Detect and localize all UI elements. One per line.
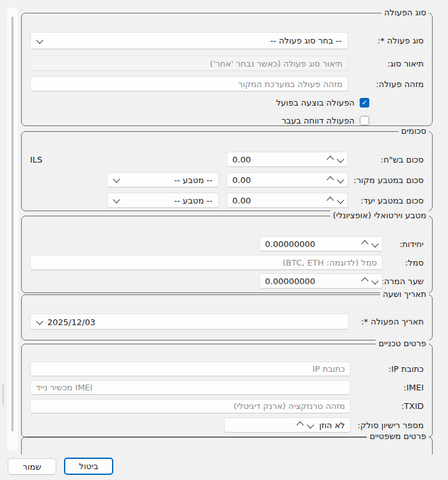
txid-input[interactable] [30,399,351,413]
chevron-down-icon[interactable] [337,176,344,183]
ip-address-label: כתובת IP: [351,364,424,374]
chevron-up-icon[interactable] [361,240,368,247]
ils-unit-label: ILS [30,155,42,164]
scroll-viewport: סוג הפעולה סוג פעולה *: -- בחר סוג פעולה… [0,0,448,454]
chevron-down-icon[interactable] [337,156,344,163]
row-amount-target: סכום במטבע יעד: 0.00 -- מטבע -- [30,193,424,208]
amount-target-spinbox[interactable]: 0.00 [227,193,348,208]
target-currency-select[interactable]: -- מטבע -- [107,193,219,208]
group-virtual-currency: מטבע וירטואלי (אופציונלי) יחידות: 0.0000… [21,216,433,293]
amount-target-label: סכום במטבע יעד: [348,196,424,205]
chevron-up-icon[interactable] [326,156,333,163]
amount-ils-label: סכום בש"ח: [348,155,424,164]
amount-ils-value: 0.00 [232,155,251,164]
chevron-down-icon [36,36,43,44]
imei-label: IMEI: [351,383,424,392]
row-units: יחידות: 0.00000000 [30,236,424,252]
group-virtual-currency-title: מטבע וירטואלי (אופציונלי) [330,211,429,221]
exchange-rate-label: שער המרה: [383,276,424,286]
amount-target-value: 0.00 [232,196,251,205]
chevron-down-icon [113,196,120,203]
executed-checkbox-label: הפעולה בוצעה בפועל [276,98,355,108]
amount-source-spinbox[interactable]: 0.00 [227,172,348,188]
chevron-down-icon [113,175,120,182]
type-description-input[interactable] [30,56,348,71]
group-amounts: סכומים סכום בש"ח: 0.00 ILS סכום במטבע מק… [21,131,433,211]
row-amount-source: סכום במטבע מקור: 0.00 -- מטבע -- [30,172,424,188]
reported-checkbox-row: הפעולה דווחה בעבר [30,115,369,126]
operation-date-picker[interactable]: 2025/12/03 [30,314,349,330]
chevron-down-icon[interactable] [307,421,314,428]
spin-arrows [362,278,378,284]
chevron-down-icon[interactable] [371,240,378,247]
form-content: סוג הפעולה סוג פעולה *: -- בחר סוג פעולה… [21,0,433,454]
cancel-button[interactable]: ביטול [64,458,113,475]
chevron-up-icon[interactable] [296,421,303,428]
group-operation-type: סוג הפעולה סוג פעולה *: -- בחר סוג פעולה… [21,13,433,126]
amount-ils-spinbox[interactable]: 0.00 [227,152,348,167]
type-description-label: תיאור סוג: [348,59,424,68]
reported-checkbox[interactable] [360,116,369,125]
group-technical: פרטים טכניים כתובת IP: IMEI: TXID: מספר … [21,344,433,438]
symbol-label: סמל: [383,258,424,268]
executed-checkbox-row: ✓ הפעולה בוצעה בפועל [30,97,369,108]
amount-source-value: 0.00 [232,175,251,185]
exchange-rate-spinbox[interactable]: 0.00000000 [259,273,383,289]
row-ip-address: כתובת IP: [30,362,424,376]
group-technical-title: פרטים טכניים [376,339,429,349]
group-legal-title: פרטים משפטיים [367,431,429,442]
row-operation-id: מזהה פעולה: [30,76,424,92]
imei-input[interactable] [30,380,351,395]
operation-date-label: תאריך הפעולה *: [349,317,424,326]
group-legal: פרטים משפטיים [21,436,433,454]
operation-id-label: מזהה פעולה: [348,79,424,89]
row-acquirer-license: מספר רישיון סולק: לא הוזן [30,417,424,433]
spin-arrows [362,241,378,246]
chevron-down-icon[interactable] [337,196,344,204]
row-imei: IMEI: [30,380,424,395]
units-value: 0.00000000 [265,239,316,249]
row-operation-date: תאריך הפעולה *: 2025/12/03 [30,314,424,330]
group-datetime: תאריך ושעה תאריך הפעולה *: 2025/12/03 [21,294,433,340]
spin-arrows [328,157,343,162]
row-type-description: תיאור סוג: [30,56,424,71]
chevron-down-icon[interactable] [371,277,378,284]
operation-type-selected-value: -- בחר סוג פעולה -- [270,36,342,45]
acquirer-license-spinbox[interactable]: לא הוזן [224,417,351,433]
ip-address-input[interactable] [30,362,351,376]
spin-arrows [328,198,343,203]
row-operation-type: סוג פעולה *: -- בחר סוג פעולה -- [30,32,424,49]
exchange-rate-value: 0.00000000 [265,276,316,286]
source-currency-selected-value: -- מטבע -- [174,175,212,185]
units-label: יחידות: [383,239,424,249]
dialog-report-operation: { "groups": { "operation_type": { "title… [0,0,448,480]
spin-arrows [298,422,313,428]
target-currency-selected-value: -- מטבע -- [174,196,212,205]
operation-id-input[interactable] [30,76,348,92]
source-currency-select[interactable]: -- מטבע -- [107,172,219,188]
checkmark-icon: ✓ [362,99,367,106]
executed-checkbox[interactable]: ✓ [360,98,369,108]
chevron-up-icon[interactable] [326,176,333,183]
operation-date-value: 2025/12/03 [47,317,95,326]
units-spinbox[interactable]: 0.00000000 [259,236,383,252]
save-button[interactable]: שמור [8,458,56,475]
txid-label: TXID: [351,401,424,411]
row-amount-ils: סכום בש"ח: 0.00 ILS [30,152,424,167]
row-txid: TXID: [30,399,424,413]
chevron-up-icon[interactable] [361,277,368,284]
row-exchange-rate: שער המרה: 0.00000000 [30,273,424,289]
symbol-input[interactable] [30,255,383,270]
amount-source-label: סכום במטבע מקור: [348,175,424,185]
chevron-up-icon[interactable] [326,196,333,204]
acquirer-license-value: לא הוזן [319,420,345,430]
group-amounts-title: סכומים [399,126,429,136]
operation-type-select[interactable]: -- בחר סוג פעולה -- [30,32,348,49]
acquirer-license-label: מספר רישיון סולק: [351,420,424,430]
row-symbol: סמל: [30,255,424,270]
spin-arrows [328,177,343,182]
reported-checkbox-label: הפעולה דווחה בעבר [282,116,355,125]
chevron-down-icon[interactable] [36,317,43,324]
group-operation-type-title: סוג הפעולה [381,8,429,18]
group-datetime-title: תאריך ושעה [380,289,429,300]
